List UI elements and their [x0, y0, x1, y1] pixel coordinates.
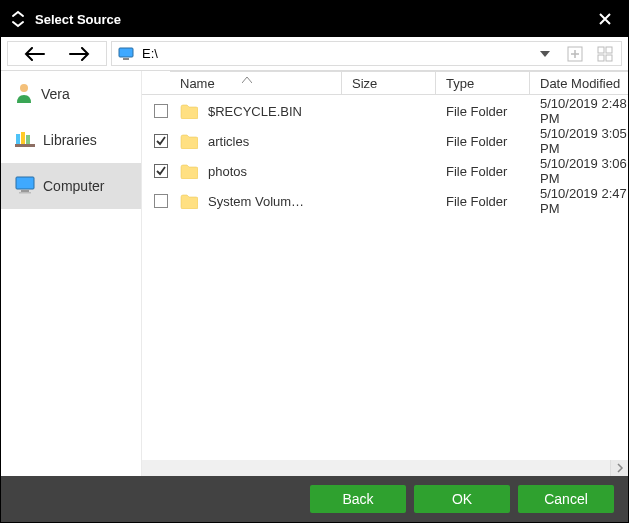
caret-right-icon — [616, 463, 624, 473]
path-box[interactable]: E:\ — [111, 41, 622, 66]
nav-back-button[interactable] — [24, 47, 46, 61]
file-type: File Folder — [446, 104, 507, 119]
sidebar: Vera Libraries Computer — [1, 71, 141, 476]
close-icon — [597, 11, 613, 27]
file-rows: $RECYCLE.BIN File Folder 5/10/2019 2:48 … — [142, 95, 628, 460]
path-text: E:\ — [142, 46, 535, 61]
column-type[interactable]: Type — [436, 71, 530, 94]
svg-rect-14 — [19, 192, 31, 194]
svg-rect-11 — [15, 144, 35, 147]
svg-rect-9 — [21, 132, 25, 146]
file-type: File Folder — [446, 194, 507, 209]
column-size[interactable]: Size — [342, 71, 436, 94]
file-row[interactable]: articles File Folder 5/10/2019 3:05 PM — [142, 125, 628, 155]
svg-point-7 — [20, 84, 28, 92]
window-title: Select Source — [35, 12, 590, 27]
file-date: 5/10/2019 3:06 PM — [540, 156, 628, 186]
chevron-down-icon — [540, 51, 550, 57]
svg-rect-4 — [606, 47, 612, 53]
footer: Back OK Cancel — [1, 476, 628, 522]
column-date[interactable]: Date Modified — [530, 71, 628, 94]
check-icon — [155, 165, 167, 177]
file-area: Name Size Type Date Modified — [141, 71, 628, 476]
file-row[interactable]: System Volum… File Folder 5/10/2019 2:47… — [142, 185, 628, 215]
svg-rect-12 — [16, 177, 34, 189]
row-checkbox[interactable] — [154, 164, 168, 178]
column-date-label: Date Modified — [540, 76, 620, 91]
row-checkbox[interactable] — [154, 104, 168, 118]
close-button[interactable] — [590, 1, 620, 37]
nav-forward-button[interactable] — [68, 47, 90, 61]
view-grid-button[interactable] — [595, 44, 615, 64]
column-name[interactable]: Name — [170, 71, 342, 94]
scroll-right-button[interactable] — [610, 460, 628, 476]
svg-rect-5 — [598, 55, 604, 61]
file-row[interactable]: photos File Folder 5/10/2019 3:06 PM — [142, 155, 628, 185]
cancel-button[interactable]: Cancel — [518, 485, 614, 513]
file-name: articles — [208, 134, 249, 149]
ok-button[interactable]: OK — [414, 485, 510, 513]
arrow-left-icon — [24, 47, 46, 61]
sort-indicator-icon — [242, 71, 252, 86]
plus-box-icon — [567, 46, 583, 62]
sidebar-item-label: Libraries — [43, 132, 97, 148]
titlebar: Select Source — [1, 1, 628, 37]
computer-icon — [15, 176, 35, 197]
file-date: 5/10/2019 2:47 PM — [540, 186, 628, 216]
row-checkbox[interactable] — [154, 194, 168, 208]
column-name-label: Name — [180, 76, 215, 91]
folder-icon — [180, 164, 198, 179]
file-type: File Folder — [446, 134, 507, 149]
check-icon — [155, 135, 167, 147]
arrow-right-icon — [68, 47, 90, 61]
drive-icon — [118, 47, 134, 61]
nav-box — [7, 41, 107, 66]
file-row[interactable]: $RECYCLE.BIN File Folder 5/10/2019 2:48 … — [142, 95, 628, 125]
folder-icon — [180, 194, 198, 209]
sidebar-item-libraries[interactable]: Libraries — [1, 117, 141, 163]
toolbar: E:\ — [1, 37, 628, 71]
sidebar-item-label: Vera — [41, 86, 70, 102]
svg-rect-6 — [606, 55, 612, 61]
file-date: 5/10/2019 2:48 PM — [540, 96, 628, 126]
column-check — [142, 71, 170, 94]
svg-rect-1 — [123, 58, 129, 60]
user-icon — [15, 83, 33, 106]
row-checkbox[interactable] — [154, 134, 168, 148]
svg-rect-13 — [21, 190, 29, 192]
column-size-label: Size — [352, 76, 377, 91]
file-type: File Folder — [446, 164, 507, 179]
back-button[interactable]: Back — [310, 485, 406, 513]
libraries-icon — [15, 130, 35, 151]
file-name: $RECYCLE.BIN — [208, 104, 302, 119]
sidebar-item-label: Computer — [43, 178, 104, 194]
new-folder-button[interactable] — [565, 44, 585, 64]
file-name: System Volum… — [208, 194, 304, 209]
sidebar-item-user[interactable]: Vera — [1, 71, 141, 117]
folder-icon — [180, 104, 198, 119]
main-area: Vera Libraries Computer — [1, 71, 628, 476]
horizontal-scrollbar[interactable] — [142, 460, 628, 476]
file-date: 5/10/2019 3:05 PM — [540, 126, 628, 156]
file-header: Name Size Type Date Modified — [142, 71, 628, 95]
column-type-label: Type — [446, 76, 474, 91]
folder-icon — [180, 134, 198, 149]
svg-rect-0 — [119, 48, 133, 57]
file-name: photos — [208, 164, 247, 179]
sidebar-item-computer[interactable]: Computer — [1, 163, 141, 209]
grid-icon — [597, 46, 613, 62]
path-dropdown-button[interactable] — [535, 44, 555, 64]
svg-rect-3 — [598, 47, 604, 53]
app-icon — [9, 10, 27, 28]
